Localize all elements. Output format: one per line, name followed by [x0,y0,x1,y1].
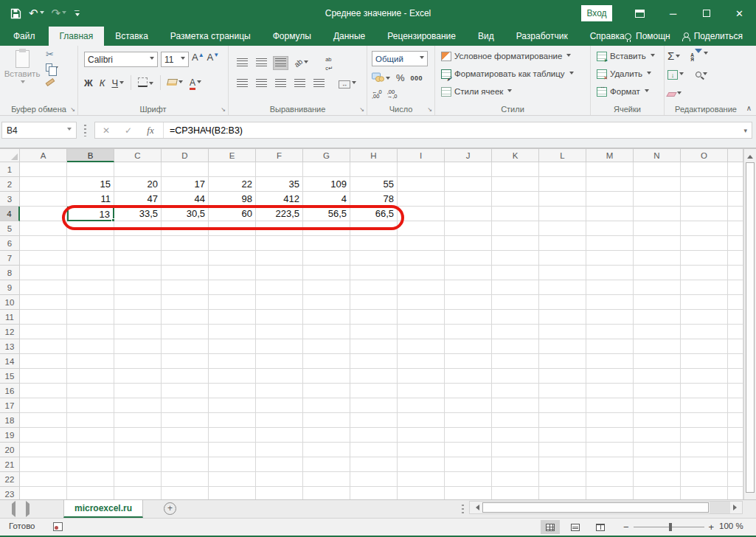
cell-H13[interactable] [350,339,398,354]
cell-L10[interactable] [539,295,586,310]
cell-C10[interactable] [114,295,162,310]
cell-J8[interactable] [445,266,492,280]
cell-K15[interactable] [492,369,539,384]
cell-N6[interactable] [634,236,681,251]
cell-D6[interactable] [162,236,209,251]
sign-in-button[interactable]: Вход [581,5,612,21]
cell-E3[interactable]: 98 [209,192,256,207]
cell-A13[interactable] [20,339,67,354]
cell-G21[interactable] [303,457,350,472]
cell-L21[interactable] [539,457,586,472]
cell-C22[interactable] [114,472,162,487]
cell-H1[interactable] [350,162,398,177]
page-break-view-button[interactable] [591,520,610,534]
cell-B15[interactable] [67,369,114,384]
cell-K16[interactable] [492,384,539,398]
cell-item-1[interactable]: Удалить [594,65,658,83]
cell-C18[interactable] [114,413,162,428]
cell-O2[interactable] [681,177,728,192]
cell-B1[interactable] [67,162,114,177]
cell-I20[interactable] [398,443,445,457]
column-header-E[interactable]: E [209,149,256,162]
cell-I16[interactable] [398,384,445,398]
tab-Формулы[interactable]: Формулы [262,27,322,46]
sheet-tab[interactable]: microexcel.ru [63,500,143,518]
cell-C7[interactable] [114,251,162,266]
align-right-button[interactable] [273,77,288,91]
cell-L15[interactable] [539,369,586,384]
cell-I22[interactable] [398,472,445,487]
increase-indent-button[interactable] [311,77,327,91]
cell-N7[interactable] [634,251,681,266]
cell-O3[interactable] [681,192,728,207]
find-select-button[interactable] [696,70,707,79]
cell-A1[interactable] [20,162,67,177]
cell-N9[interactable] [634,280,681,295]
cell-C3[interactable]: 47 [114,192,162,207]
cell-E9[interactable] [209,280,256,295]
cell-N4[interactable] [634,207,681,221]
cell-I8[interactable] [398,266,445,280]
fill-color-button[interactable] [167,78,183,87]
cell-D23[interactable] [162,487,209,499]
cell-E18[interactable] [209,413,256,428]
zoom-level[interactable]: 100 % [719,522,743,530]
number-format-combo[interactable]: Общий [372,51,428,66]
cell-C12[interactable] [114,325,162,339]
cell-D21[interactable] [162,457,209,472]
column-header-I[interactable]: I [398,149,445,162]
column-header-L[interactable]: L [539,149,586,162]
row-header-12[interactable]: 12 [0,325,20,339]
cell-B13[interactable] [67,339,114,354]
font-dialog-launcher[interactable]: ↘ [221,106,226,113]
cell-D8[interactable] [162,266,209,280]
cell-F6[interactable] [256,236,303,251]
cell-J19[interactable] [445,428,492,443]
sort-filter-button[interactable]: АЯ [690,49,708,62]
cell-L16[interactable] [539,384,586,398]
zoom-out-button[interactable]: − [623,522,629,533]
cell-A11[interactable] [20,310,67,325]
cell-K10[interactable] [492,295,539,310]
cell-K5[interactable] [492,221,539,236]
cell-B11[interactable] [67,310,114,325]
decrease-decimal-button[interactable]: ,00→,0 [387,90,398,99]
cell-F18[interactable] [256,413,303,428]
cell-J9[interactable] [445,280,492,295]
cell-O12[interactable] [681,325,728,339]
cell-M3[interactable] [586,192,634,207]
cell-C1[interactable] [114,162,162,177]
cell-E17[interactable] [209,398,256,413]
bold-button[interactable]: Ж [84,77,93,89]
cell-E21[interactable] [209,457,256,472]
cell-I17[interactable] [398,398,445,413]
cell-O15[interactable] [681,369,728,384]
row-header-7[interactable]: 7 [0,251,20,266]
cell-I19[interactable] [398,428,445,443]
cell-G11[interactable] [303,310,350,325]
cell-I4[interactable] [398,207,445,221]
cell-G23[interactable] [303,487,350,499]
merge-center-button[interactable]: ↔ [336,77,358,91]
cell-O10[interactable] [681,295,728,310]
cell-A8[interactable] [20,266,67,280]
cell-H19[interactable] [350,428,398,443]
font-color-button[interactable]: А [190,78,201,87]
row-header-6[interactable]: 6 [0,236,20,251]
cell-D18[interactable] [162,413,209,428]
comma-style-button[interactable]: 000 [411,75,423,82]
cell-I9[interactable] [398,280,445,295]
paste-button[interactable]: Вставить [3,50,41,87]
cell-E20[interactable] [209,443,256,457]
format-painter-button[interactable] [46,77,58,86]
cell-K22[interactable] [492,472,539,487]
cell-J17[interactable] [445,398,492,413]
cell-B21[interactable] [67,457,114,472]
cell-N18[interactable] [634,413,681,428]
cell-C11[interactable] [114,310,162,325]
cell-B16[interactable] [67,384,114,398]
cell-G9[interactable] [303,280,350,295]
cell-O16[interactable] [681,384,728,398]
cell-D3[interactable]: 44 [162,192,209,207]
cell-D16[interactable] [162,384,209,398]
